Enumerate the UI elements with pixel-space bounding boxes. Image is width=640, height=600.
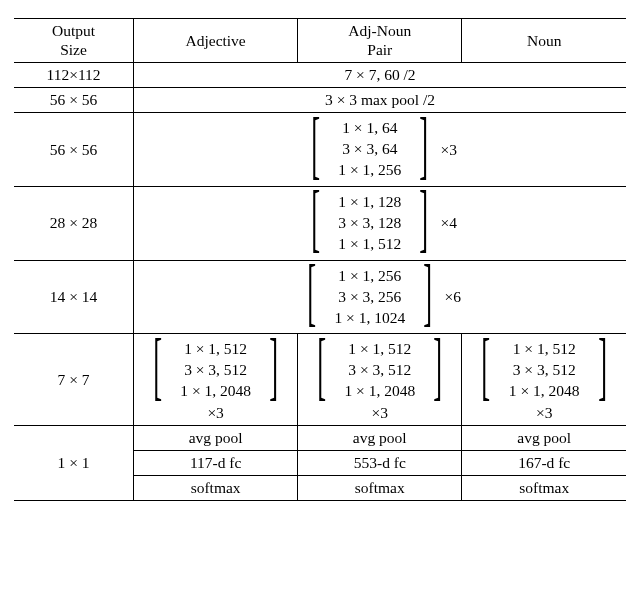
noun-op: avg pool	[462, 426, 626, 451]
left-bracket-icon: [	[311, 187, 320, 247]
right-bracket-icon: ]	[420, 114, 429, 174]
bottleneck-block: 1 × 1, 256 3 × 3, 256 1 × 1, 1024	[328, 264, 411, 331]
conv-spec: 1 × 1, 2048	[180, 381, 251, 402]
conv-spec: 3 × 3, 64	[338, 139, 401, 160]
header-pair-l1: Adj-Noun	[348, 22, 411, 39]
left-bracket-icon: [	[482, 335, 491, 395]
header-pair: Adj-Noun Pair	[298, 19, 462, 63]
left-bracket-icon: [	[153, 335, 162, 395]
conv-spec: 1 × 1, 2048	[344, 381, 415, 402]
noun-op: 167-d fc	[462, 451, 626, 476]
noun-op: softmax	[462, 476, 626, 501]
left-bracket-icon: [	[317, 335, 326, 395]
header-pair-l2: Pair	[367, 41, 392, 58]
conv-spec: 1 × 1, 64	[338, 118, 401, 139]
conv-spec: 1 × 1, 256	[334, 266, 405, 287]
right-bracket-icon: ]	[420, 187, 429, 247]
table-header-row: Output Size Adjective Adj-Noun Pair Noun	[14, 19, 626, 63]
conv-spec: 1 × 1, 512	[180, 339, 251, 360]
conv-spec: 3 × 3, 256	[334, 287, 405, 308]
conv-spec: 1 × 1, 512	[509, 339, 580, 360]
right-bracket-icon: ]	[423, 261, 432, 321]
adjective-stage: [ 1 × 1, 512 3 × 3, 512 1 × 1, 2048 ] ×3	[134, 334, 298, 426]
conv-spec: 1 × 1, 1024	[334, 308, 405, 329]
bottleneck-block: 1 × 1, 512 3 × 3, 512 1 × 1, 2048	[338, 337, 421, 404]
header-output-size: Output Size	[14, 19, 134, 63]
output-size: 56 × 56	[14, 88, 134, 113]
header-noun: Noun	[462, 19, 626, 63]
shared-stage: 7 × 7, 60 /2	[134, 63, 626, 88]
conv-spec: 1 × 1, 512	[344, 339, 415, 360]
block-multiplier: ×3	[441, 141, 458, 159]
block-multiplier: ×3	[207, 404, 224, 422]
shared-stage: [ 1 × 1, 64 3 × 3, 64 1 × 1, 256 ] ×3	[134, 113, 626, 187]
output-size: 14 × 14	[14, 260, 134, 334]
conv-spec: 1 × 1, 256	[338, 160, 401, 181]
adjective-op: 117-d fc	[134, 451, 298, 476]
table-row: 56 × 56 [ 1 × 1, 64 3 × 3, 64 1 × 1, 256…	[14, 113, 626, 187]
block-multiplier: ×6	[444, 288, 461, 306]
bottleneck-block: 1 × 1, 512 3 × 3, 512 1 × 1, 2048	[174, 337, 257, 404]
header-adjective: Adjective	[134, 19, 298, 63]
output-size: 56 × 56	[14, 113, 134, 187]
output-size: 1 × 1	[14, 426, 134, 501]
bottleneck-block: 1 × 1, 64 3 × 3, 64 1 × 1, 256	[332, 116, 407, 183]
table-row: 56 × 56 3 × 3 max pool /2	[14, 88, 626, 113]
conv-spec: 1 × 1, 128	[338, 192, 401, 213]
table-row: 112×112 7 × 7, 60 /2	[14, 63, 626, 88]
header-output-size-l2: Size	[60, 41, 87, 58]
output-size: 7 × 7	[14, 334, 134, 426]
table-row: 28 × 28 [ 1 × 1, 128 3 × 3, 128 1 × 1, 5…	[14, 186, 626, 260]
output-size: 112×112	[14, 63, 134, 88]
block-multiplier: ×3	[372, 404, 389, 422]
shared-stage: 3 × 3 max pool /2	[134, 88, 626, 113]
right-bracket-icon: ]	[269, 335, 278, 395]
conv-spec: 3 × 3, 128	[338, 213, 401, 234]
header-output-size-l1: Output	[52, 22, 95, 39]
right-bracket-icon: ]	[433, 335, 442, 395]
shared-stage: [ 1 × 1, 128 3 × 3, 128 1 × 1, 512 ] ×4	[134, 186, 626, 260]
shared-stage: [ 1 × 1, 256 3 × 3, 256 1 × 1, 1024 ] ×6	[134, 260, 626, 334]
table-row: 7 × 7 [ 1 × 1, 512 3 × 3, 512 1 × 1, 204…	[14, 334, 626, 426]
adjective-op: avg pool	[134, 426, 298, 451]
conv-spec: 1 × 1, 512	[338, 234, 401, 255]
pair-op: 553-d fc	[298, 451, 462, 476]
block-multiplier: ×3	[536, 404, 553, 422]
bottleneck-block: 1 × 1, 128 3 × 3, 128 1 × 1, 512	[332, 190, 407, 257]
conv-spec: 3 × 3, 512	[344, 360, 415, 381]
left-bracket-icon: [	[311, 114, 320, 174]
noun-stage: [ 1 × 1, 512 3 × 3, 512 1 × 1, 2048 ] ×3	[462, 334, 626, 426]
right-bracket-icon: ]	[598, 335, 607, 395]
architecture-table: Output Size Adjective Adj-Noun Pair Noun…	[14, 18, 626, 501]
pair-op: avg pool	[298, 426, 462, 451]
conv-spec: 3 × 3, 512	[180, 360, 251, 381]
pair-stage: [ 1 × 1, 512 3 × 3, 512 1 × 1, 2048 ] ×3	[298, 334, 462, 426]
left-bracket-icon: [	[307, 261, 316, 321]
pair-op: softmax	[298, 476, 462, 501]
block-multiplier: ×4	[441, 214, 458, 232]
output-size: 28 × 28	[14, 186, 134, 260]
adjective-op: softmax	[134, 476, 298, 501]
table-row: 1 × 1 avg pool avg pool avg pool	[14, 426, 626, 451]
conv-spec: 3 × 3, 512	[509, 360, 580, 381]
conv-spec: 1 × 1, 2048	[509, 381, 580, 402]
bottleneck-block: 1 × 1, 512 3 × 3, 512 1 × 1, 2048	[503, 337, 586, 404]
